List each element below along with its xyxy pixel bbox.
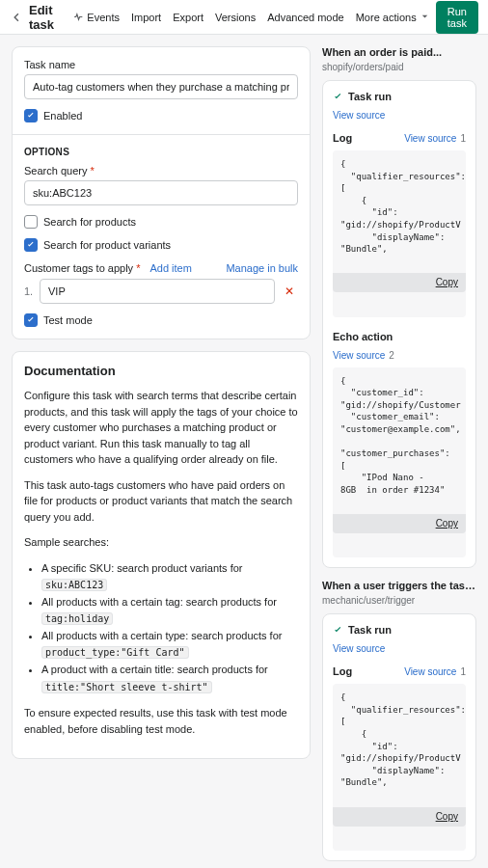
documentation-card: Documentation Configure this task with s…	[12, 351, 311, 759]
task-run-label-2: Task run	[348, 624, 392, 636]
copy-button-2[interactable]: Copy	[333, 514, 466, 533]
check-icon	[333, 625, 343, 636]
enabled-label: Enabled	[43, 110, 82, 122]
event2-topic: mechanic/user/trigger	[322, 595, 476, 606]
task-form-card: Task name Enabled OPTIONS Search query S…	[12, 46, 311, 339]
manage-bulk-link[interactable]: Manage in bulk	[226, 262, 298, 274]
search-variants-label: Search for product variants	[43, 239, 171, 251]
nav-advanced[interactable]: Advanced mode	[267, 12, 344, 23]
task-name-input[interactable]	[24, 74, 298, 99]
log-view-source-2[interactable]: View source	[404, 666, 456, 677]
event1-card: Task run View source Log View source1 { …	[322, 80, 476, 568]
tags-label: Customer tags to apply	[24, 262, 140, 274]
doc-heading: Documentation	[24, 364, 298, 378]
doc-li3: All products with a certain type: search…	[41, 628, 298, 662]
log-code-2: { "qualifier_resources": [ { "id": "gid:…	[333, 684, 466, 851]
copy-button[interactable]: Copy	[333, 273, 466, 292]
top-bar: Edit task Events Import Export Versions …	[0, 0, 488, 35]
enabled-checkbox[interactable]	[24, 109, 38, 122]
test-mode-checkbox[interactable]	[24, 313, 38, 327]
doc-li4: A product with a certain title: search p…	[41, 662, 298, 695]
view-source-link[interactable]: View source	[333, 110, 385, 121]
doc-li1: A specific SKU: search product variants …	[41, 560, 298, 594]
event2-card: Task run View source Log View source1 { …	[322, 613, 476, 861]
run-task-button[interactable]: Run task	[436, 1, 478, 34]
search-query-label: Search query	[24, 165, 298, 176]
echo-code: { "customer_id": "gid://shopify/Customer…	[333, 367, 466, 558]
add-item-link[interactable]: Add item	[149, 262, 191, 274]
search-query-input[interactable]	[24, 180, 298, 205]
doc-p2: This task auto-tags customers who have p…	[24, 477, 298, 526]
test-mode-label: Test mode	[43, 314, 93, 326]
log-label: Log	[333, 132, 352, 144]
event1-topic: shopify/orders/paid	[322, 62, 476, 72]
task-name-label: Task name	[24, 59, 298, 70]
doc-p4: To ensure expected results, use this tas…	[24, 705, 298, 737]
nav-import[interactable]: Import	[131, 12, 161, 23]
page-title: Edit task	[29, 3, 58, 32]
doc-p1: Configure this task with search terms th…	[24, 388, 298, 468]
tag-index: 1.	[24, 285, 34, 297]
nav-more-actions[interactable]: More actions	[356, 12, 430, 23]
task-run-label: Task run	[348, 91, 392, 102]
copy-button-3[interactable]: Copy	[333, 807, 466, 827]
search-products-label: Search for products	[43, 216, 136, 228]
log-view-source[interactable]: View source	[404, 133, 456, 144]
doc-p3: Sample searches:	[24, 534, 298, 551]
back-button[interactable]	[10, 8, 23, 27]
search-variants-checkbox[interactable]	[24, 238, 38, 252]
search-products-checkbox[interactable]	[24, 215, 38, 229]
options-heading: OPTIONS	[24, 147, 298, 157]
event2-heading: When a user triggers the task...	[322, 580, 476, 591]
chevron-down-icon	[420, 12, 430, 22]
echo-heading: Echo action	[333, 331, 466, 342]
pulse-icon	[73, 12, 84, 22]
nav: Events Import Export Versions Advanced m…	[73, 12, 429, 23]
log-code-1: { "qualifier_resources": [ { "id": "gid:…	[333, 150, 466, 317]
remove-tag-button[interactable]: ✕	[281, 285, 298, 298]
log-label-2: Log	[333, 665, 352, 677]
view-source-link-2[interactable]: View source	[333, 643, 385, 654]
tag-input[interactable]	[40, 279, 275, 304]
nav-versions[interactable]: Versions	[215, 12, 256, 23]
doc-li2: All products with a certain tag: search …	[41, 594, 298, 628]
event1-heading: When an order is paid...	[322, 46, 476, 58]
nav-export[interactable]: Export	[173, 12, 203, 23]
check-icon	[333, 92, 343, 102]
echo-view-source[interactable]: View source	[333, 350, 385, 361]
nav-events[interactable]: Events	[73, 12, 120, 23]
tag-row: 1. ✕	[24, 279, 298, 304]
